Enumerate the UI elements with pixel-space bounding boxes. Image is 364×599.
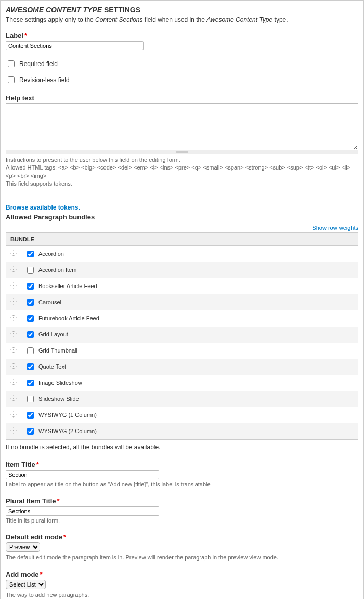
item-title-input[interactable] — [6, 470, 159, 479]
bundle-option[interactable]: Image Slideshow — [25, 378, 354, 388]
bundle-option[interactable]: WYSIWYG (2 Column) — [25, 426, 354, 436]
bundle-option[interactable]: Futurebook Article Feed — [25, 314, 354, 323]
bundle-cell: Quote Text — [21, 359, 358, 375]
revisionless-checkbox[interactable] — [8, 76, 15, 83]
drag-handle-icon — [10, 315, 17, 321]
bundle-label: Grid Layout — [38, 331, 68, 337]
revisionless-row: Revision-less field — [6, 75, 358, 85]
bundle-row: Accordion — [6, 245, 358, 262]
row-weights-row: Show row weights — [6, 224, 358, 231]
bundle-cell: Accordion — [21, 245, 358, 262]
bundle-label: Grid Thumbnail — [38, 347, 77, 354]
default-edit-mode-section: Default edit mode* Preview The default e… — [6, 533, 358, 562]
drag-handle[interactable] — [6, 391, 21, 407]
drag-handle[interactable] — [6, 423, 21, 440]
drag-handle[interactable] — [6, 327, 21, 343]
bundle-label: Accordion Item — [38, 267, 76, 273]
bundle-checkbox[interactable] — [27, 315, 34, 322]
bundle-row: Image Slideshow — [6, 375, 358, 391]
bundle-row: Grid Thumbnail — [6, 343, 358, 359]
browse-tokens-link[interactable]: Browse available tokens. — [6, 204, 80, 211]
show-row-weights-link[interactable]: Show row weights — [312, 225, 358, 231]
drag-handle-icon — [10, 266, 17, 272]
bundle-row: Slideshow Slide — [6, 391, 358, 407]
required-asterisk: * — [24, 32, 27, 40]
item-title-section: Item Title* Label to appear as title on … — [6, 461, 358, 488]
drag-handle-icon — [10, 411, 17, 418]
settings-intro: These settings apply only to the Content… — [6, 16, 358, 23]
bundle-checkbox[interactable] — [27, 347, 34, 354]
label-field-label: Label* — [6, 32, 358, 40]
bundle-checkbox[interactable] — [27, 331, 34, 338]
item-title-label: Item Title* — [6, 461, 358, 468]
bundle-option[interactable]: WYSIWYG (1 Column) — [25, 410, 354, 420]
textarea-grabber[interactable] — [6, 150, 358, 154]
bundle-option[interactable]: Slideshow Slide — [25, 394, 354, 404]
drag-handle[interactable] — [6, 278, 21, 294]
bundle-column-header: BUNDLE — [6, 232, 358, 245]
bundle-cell: Accordion Item — [21, 262, 358, 278]
drag-handle-icon — [10, 250, 17, 256]
required-asterisk: * — [36, 461, 39, 468]
drag-handle-icon — [10, 298, 17, 305]
bundle-checkbox[interactable] — [27, 283, 34, 290]
bundle-row: Grid Layout — [6, 327, 358, 343]
bundle-checkbox[interactable] — [27, 412, 34, 419]
bundle-cell: WYSIWYG (1 Column) — [21, 407, 358, 423]
bundle-label: WYSIWYG (1 Column) — [38, 412, 97, 418]
help-text-input[interactable] — [6, 103, 358, 150]
bundle-checkbox[interactable] — [27, 396, 34, 402]
required-asterisk: * — [63, 533, 66, 541]
bundle-label: Image Slideshow — [38, 380, 82, 386]
bundle-option[interactable]: Accordion — [25, 249, 354, 259]
drag-handle-icon — [10, 282, 17, 289]
drag-handle-icon — [10, 347, 17, 353]
bundle-option[interactable]: Bookseller Article Feed — [25, 281, 354, 291]
allowed-bundles-heading: Allowed Paragraph bundles — [6, 213, 358, 221]
bundles-footnote: If no bundle is selected, all the bundle… — [6, 443, 358, 452]
title-suffix: SETTINGS — [102, 6, 140, 14]
drag-handle[interactable] — [6, 407, 21, 423]
required-field-label: Required field — [19, 60, 58, 68]
bundle-checkbox[interactable] — [27, 251, 34, 257]
default-edit-mode-label: Default edit mode* — [6, 533, 358, 541]
drag-handle[interactable] — [6, 343, 21, 359]
plural-item-title-input[interactable] — [6, 506, 159, 516]
help-text-label: Help text — [6, 94, 358, 102]
label-section: Label* — [6, 32, 358, 50]
plural-item-title-desc: Title in its plural form. — [6, 517, 358, 525]
bundle-option[interactable]: Grid Layout — [25, 330, 354, 340]
drag-handle[interactable] — [6, 359, 21, 375]
label-input[interactable] — [6, 41, 144, 50]
bundle-label: Bookseller Article Feed — [38, 283, 97, 289]
bundle-checkbox[interactable] — [27, 299, 34, 306]
help-text-section: Help text Instructions to present to the… — [6, 94, 358, 188]
bundle-cell: Grid Thumbnail — [21, 343, 358, 359]
bundle-checkbox[interactable] — [27, 267, 34, 274]
drag-handle-icon — [10, 331, 17, 337]
drag-handle[interactable] — [6, 310, 21, 327]
drag-handle[interactable] — [6, 245, 21, 262]
drag-handle[interactable] — [6, 262, 21, 278]
required-field-row: Required field — [6, 59, 358, 69]
bundle-checkbox[interactable] — [27, 428, 34, 435]
default-edit-mode-select[interactable]: Preview — [6, 542, 40, 552]
required-field-checkbox[interactable] — [8, 60, 15, 67]
add-mode-select[interactable]: Select List — [6, 580, 46, 589]
drag-handle[interactable] — [6, 375, 21, 391]
add-mode-label: Add mode* — [6, 570, 358, 578]
settings-panel: AWESOME CONTENT TYPE SETTINGS These sett… — [0, 0, 364, 599]
drag-handle[interactable] — [6, 294, 21, 310]
bundle-option[interactable]: Grid Thumbnail — [25, 346, 354, 356]
bundle-cell: Image Slideshow — [21, 375, 358, 391]
bundle-checkbox[interactable] — [27, 363, 34, 370]
add-mode-desc: The way to add new paragraphs. — [6, 591, 358, 599]
bundles-table: BUNDLE AccordionAccordion ItemBookseller… — [6, 232, 358, 440]
revisionless-label: Revision-less field — [19, 76, 70, 84]
item-title-desc: Label to appear as title on the button a… — [6, 480, 358, 488]
bundle-option[interactable]: Accordion Item — [25, 265, 354, 275]
bundle-cell: Futurebook Article Feed — [21, 310, 358, 327]
bundle-option[interactable]: Quote Text — [25, 362, 354, 372]
bundle-checkbox[interactable] — [27, 380, 34, 386]
bundle-option[interactable]: Carousel — [25, 297, 354, 307]
